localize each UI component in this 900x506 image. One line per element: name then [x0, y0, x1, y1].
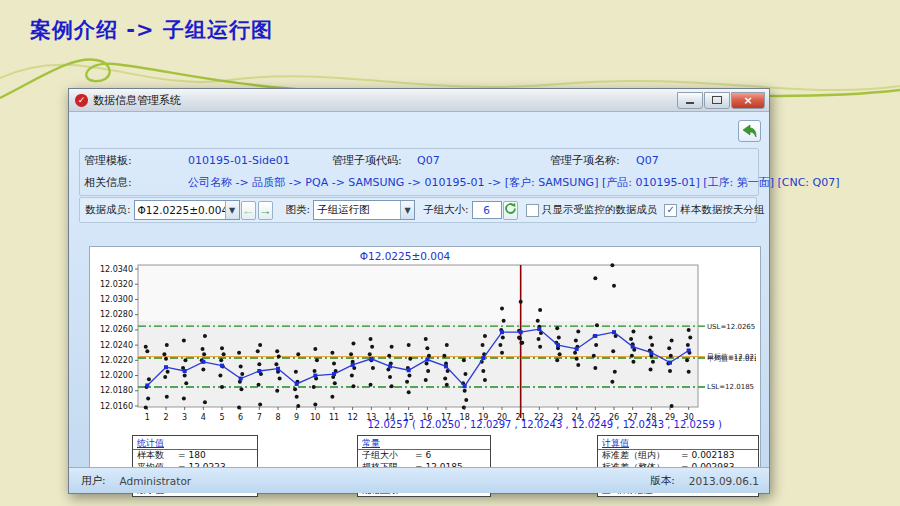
data-member-value: Φ12.0225±0.004: [135, 204, 225, 216]
user-value: Administrator: [120, 475, 192, 487]
svg-text:USL=12.0265: USL=12.0265: [707, 323, 755, 331]
template-label: 管理模板:: [84, 151, 132, 171]
stat-row: 标准差（组内）=0.002183: [598, 450, 758, 462]
prev-member-button[interactable]: ←: [241, 201, 256, 220]
svg-text:6: 6: [238, 413, 243, 422]
user-label: 用户:: [81, 474, 106, 488]
svg-text:12.0180: 12.0180: [100, 386, 133, 395]
chart-type-label: 图类:: [286, 203, 311, 217]
stat-row: 样本数=180: [133, 450, 257, 462]
sub-name-value: Q07: [636, 151, 659, 171]
version-value: 2013.09.06.1: [689, 475, 759, 487]
maximize-icon: [712, 96, 722, 104]
svg-text:平均值=12.0223: 平均值=12.0223: [707, 355, 756, 363]
close-button[interactable]: ×: [731, 92, 765, 109]
svg-text:12.0300: 12.0300: [100, 295, 133, 304]
chart-panel: Φ12.0225±0.004 12.016012.018012.020012.0…: [89, 246, 761, 488]
refresh-icon: [504, 202, 517, 215]
svg-text:7: 7: [257, 413, 262, 422]
back-arrow-icon: [741, 123, 758, 139]
window-client-area: 管理模板: 010195-01-Side01 管理子项代码: Q07 管理子项名…: [69, 112, 769, 493]
monitored-only-label: 只显示受监控的数据成员: [542, 203, 658, 217]
window-controls: ×: [677, 92, 765, 109]
svg-text:12.0320: 12.0320: [100, 280, 133, 289]
related-label: 相关信息:: [84, 173, 132, 193]
svg-text:10: 10: [310, 413, 320, 422]
template-value: 010195-01-Side01: [188, 151, 290, 171]
refresh-button[interactable]: [503, 201, 518, 220]
next-member-button[interactable]: →: [258, 201, 273, 220]
chevron-down-icon: ▼: [225, 201, 239, 219]
version-label: 版本:: [650, 474, 675, 488]
app-window: ✓ 数据信息管理系统 × 管理模板: 010195-01-Side01 管理子项…: [68, 88, 770, 494]
run-chart[interactable]: 12.016012.018012.020012.022012.024012.02…: [96, 261, 756, 423]
chart-type-dropdown[interactable]: 子组运行图 ▼: [313, 200, 415, 220]
sub-code-value: Q07: [417, 151, 440, 171]
minimize-icon: [686, 102, 694, 104]
slide: 案例介绍 -> 子组运行图 ✓ 数据信息管理系统 × 管理模板: 010195-…: [0, 0, 900, 506]
svg-text:11: 11: [329, 413, 339, 422]
svg-text:2: 2: [163, 413, 168, 422]
monitored-only-checkbox[interactable]: 只显示受监控的数据成员: [526, 203, 658, 217]
svg-text:12.0340: 12.0340: [100, 265, 133, 274]
subgroup-size-input[interactable]: [472, 201, 502, 219]
stats-box-title: 计算值: [598, 436, 758, 450]
group-by-day-checkbox[interactable]: 样本数据按天分组: [664, 203, 764, 217]
svg-text:12.0200: 12.0200: [100, 371, 133, 380]
svg-text:1: 1: [145, 413, 150, 422]
sub-code-label: 管理子项代码:: [332, 151, 402, 171]
subgroup-size-label: 子组大小:: [423, 203, 469, 217]
svg-text:12.0220: 12.0220: [100, 356, 133, 365]
checkbox-icon: [664, 204, 677, 217]
back-button[interactable]: [738, 120, 761, 142]
svg-text:12.0240: 12.0240: [100, 341, 133, 350]
svg-text:3: 3: [182, 413, 187, 422]
app-logo-icon: ✓: [75, 94, 88, 107]
chart-type-value: 子组运行图: [314, 203, 400, 217]
page-title: 案例介绍 -> 子组运行图: [30, 16, 273, 44]
group-by-day-label: 样本数据按天分组: [680, 203, 764, 217]
svg-text:12.0280: 12.0280: [100, 310, 133, 319]
toolbar: 数据成员: Φ12.0225±0.004 ▼ ← → 图类: 子组运行图 ▼ 子…: [79, 197, 757, 223]
data-member-label: 数据成员:: [85, 203, 131, 217]
window-title: 数据信息管理系统: [93, 93, 181, 108]
chevron-down-icon: ▼: [400, 201, 414, 219]
svg-text:12.0260: 12.0260: [100, 325, 133, 334]
stats-box-title: 常量: [358, 436, 490, 450]
info-row-2: 相关信息: 公司名称 -> 品质部 -> PQA -> SAMSUNG -> 0…: [80, 173, 758, 193]
window-titlebar[interactable]: ✓ 数据信息管理系统 ×: [69, 89, 769, 112]
svg-text:5: 5: [219, 413, 224, 422]
minimize-button[interactable]: [677, 92, 703, 109]
sub-name-label: 管理子项名称:: [550, 151, 620, 171]
svg-text:12: 12: [348, 413, 358, 422]
info-panel: 管理模板: 010195-01-Side01 管理子项代码: Q07 管理子项名…: [79, 148, 759, 196]
maximize-button[interactable]: [704, 92, 730, 109]
checkbox-icon: [526, 204, 539, 217]
status-bar: 用户: Administrator 版本: 2013.09.06.1: [69, 467, 769, 493]
selected-subgroup-values: 12.0257 ( 12.0250 , 12.0297 , 12.0243 , …: [368, 419, 723, 430]
left-arrow-icon: ←: [242, 203, 255, 218]
svg-text:4: 4: [201, 413, 206, 422]
svg-text:LSL=12.0185: LSL=12.0185: [707, 383, 754, 391]
svg-text:9: 9: [294, 413, 299, 422]
info-row-1: 管理模板: 010195-01-Side01 管理子项代码: Q07 管理子项名…: [80, 151, 758, 171]
related-value: 公司名称 -> 品质部 -> PQA -> SAMSUNG -> 010195-…: [188, 173, 839, 193]
stat-row: 子组大小=6: [358, 450, 490, 462]
svg-text:12.0160: 12.0160: [100, 402, 133, 411]
right-arrow-icon: →: [259, 203, 272, 218]
stats-box-title: 统计值: [133, 436, 257, 450]
data-member-dropdown[interactable]: Φ12.0225±0.004 ▼: [134, 200, 240, 220]
svg-text:8: 8: [275, 413, 280, 422]
